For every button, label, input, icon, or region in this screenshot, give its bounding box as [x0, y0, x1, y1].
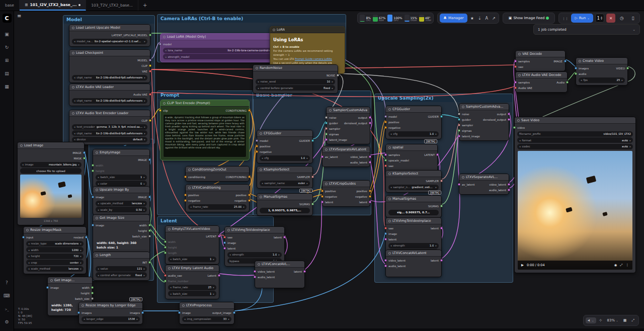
input-model-slot[interactable]: [384, 115, 387, 118]
output-latent-slot[interactable]: [303, 270, 306, 273]
input-video-latent-slot[interactable]: [254, 270, 256, 273]
collapse-icon[interactable]: [72, 27, 74, 29]
input-width-slot[interactable]: [164, 240, 167, 243]
output-height-slot[interactable]: [91, 292, 94, 294]
prompt-textarea[interactable]: A wide, dynamic tracking shot follows a …: [163, 114, 247, 157]
widget-value[interactable]: ◂value121▸: [96, 266, 147, 272]
history-clock-icon[interactable]: ◷: [617, 14, 626, 23]
input-audio-vae-slot[interactable]: [514, 87, 517, 89]
new-tab-button[interactable]: +: [138, 0, 151, 11]
play-icon[interactable]: ▶: [521, 263, 524, 267]
input-audio-latent-slot[interactable]: [384, 265, 387, 267]
input-conditioning-slot[interactable]: [184, 176, 187, 178]
node-ltxv-conditioning[interactable]: LTXVConditioningpositivepositivenegative…: [185, 184, 250, 212]
collapse-icon[interactable]: [388, 220, 391, 222]
player-menu-icon[interactable]: ⋮: [626, 263, 629, 267]
collapse-icon[interactable]: [82, 304, 84, 307]
output-image-slot[interactable]: [83, 151, 86, 154]
node-sampler-custom-adv-1[interactable]: SamplerCustomAdva...noiseoutputguiderden…: [326, 107, 370, 144]
input-latent-slot[interactable]: [321, 201, 324, 203]
widget-cfg[interactable]: ◂cfg1.0▸: [260, 155, 310, 161]
output-latent-upscale-model-slot[interactable]: [149, 34, 151, 36]
minimap-button[interactable]: ▦: [621, 317, 629, 323]
widget-text-encoder[interactable]: ◂text_encodergemma_3_12b_it_fp4_mixed.sa…: [72, 124, 147, 130]
node-load-checkpoint[interactable]: Load CheckpointMODELCLIPVAE◂ckpt_nameltx…: [69, 49, 150, 83]
node-sampler-custom-adv-2[interactable]: SamplerCustomAdva...noiseoutputguiderden…: [459, 103, 509, 141]
collapse-icon[interactable]: [96, 189, 98, 191]
input-upscale-model-slot[interactable]: [384, 159, 387, 161]
input-sigmas-slot[interactable]: [325, 133, 328, 135]
share-icon[interactable]: ↗: [491, 16, 497, 21]
collapse-icon[interactable]: [517, 119, 520, 122]
collapse-icon[interactable]: [168, 267, 171, 270]
widget-cfg[interactable]: ◂cfg1.0▸: [388, 131, 439, 137]
node-ltxv-empty-latent-audio[interactable]: LTXV Empty Latent Audioaudio_vaeLatentfr…: [165, 265, 219, 299]
node-manual-sigmas-1[interactable]: [BETA]ManualSigmasSIGMAS1, 0.99375, 0.98…: [257, 193, 313, 216]
output-negative-slot[interactable]: [248, 199, 251, 202]
node-ksampler-select-2[interactable]: KSamplerSelectSAMPLER◂sampler_n...gradie…: [385, 170, 442, 193]
output-output-image-slot[interactable]: [233, 311, 235, 314]
input-noise-slot[interactable]: [325, 116, 328, 119]
input-positive-slot[interactable]: [321, 190, 324, 192]
input-latent-image-slot[interactable]: [458, 135, 460, 137]
output-latent-slot[interactable]: [283, 236, 286, 238]
output-batch-size-slot[interactable]: [91, 297, 94, 300]
input-negative-slot[interactable]: [321, 195, 324, 198]
output-video-slot[interactable]: [626, 67, 629, 69]
output-image-slot[interactable]: [148, 158, 151, 161]
output-batch-size-slot[interactable]: [148, 235, 151, 237]
collapse-icon[interactable]: [20, 144, 23, 147]
input-guider-slot[interactable]: [325, 122, 328, 124]
output-latent-slot[interactable]: [218, 235, 220, 237]
node-empty-ltxv-latent-video[interactable]: EmptyLTXVLatentVideoLATENTwidthheightlen…: [165, 225, 219, 265]
input-av-latent-slot[interactable]: [458, 183, 460, 186]
widget-strength[interactable]: ◂strength1.0▸: [227, 252, 282, 258]
node-ltxv-crop-guides[interactable]: LTXVCropGuidespositivepositivenegativene…: [322, 180, 370, 207]
input-negative-slot[interactable]: [184, 199, 187, 202]
input-width-slot[interactable]: [92, 164, 94, 167]
node-ltxv-audio-text-encoder-loader[interactable]: LTXV Audio Text Encoder LoaderCLIP◂text_…: [69, 110, 150, 145]
widget-control-before-generate[interactable]: ◂control before generatefixed▸: [256, 85, 335, 91]
widget-noise-seed[interactable]: ◂noise_seed10▸: [256, 79, 335, 85]
widget-device[interactable]: ◂devicedefault▸: [72, 137, 147, 142]
workflow-menu-icon[interactable]: ≡: [25, 3, 28, 7]
output-video-latent-slot[interactable]: [369, 155, 371, 158]
widget-codec[interactable]: ◂codecauto▸: [517, 144, 633, 149]
widget-scale-method[interactable]: ◂scale_methodlanczos▸: [26, 266, 84, 272]
widget-strength[interactable]: ◂strength1.0▸: [388, 243, 439, 249]
widget-image[interactable]: ◂imagemountain_bikers.jpg▸: [20, 162, 82, 168]
drag-handle-icon[interactable]: ⋮⋮: [561, 17, 569, 20]
node-ltxv-audio-vae-loader[interactable]: LTXV Audio VAE LoaderAudio VAE◂ckpt_name…: [69, 84, 150, 106]
pointer-chevron-icon[interactable]: ⌄: [592, 319, 594, 322]
node-create-video[interactable]: Create VideoimagesVIDEOaudio◂fps25▸: [576, 57, 628, 86]
input-image-slot[interactable]: [223, 241, 226, 244]
output-int-slot[interactable]: [148, 261, 151, 264]
widget-batch-size[interactable]: ◂batch_size1▸: [168, 257, 216, 262]
collapse-icon[interactable]: [260, 132, 262, 135]
input-vae-slot[interactable]: [223, 236, 226, 238]
cancel-button[interactable]: ✕: [606, 14, 615, 23]
input-positive-slot[interactable]: [256, 145, 258, 147]
collapse-icon[interactable]: [182, 304, 185, 307]
output-latent-slot[interactable]: [218, 274, 220, 277]
node-load-image[interactable]: Load ImageIMAGEMASK◂imagemountain_bikers…: [17, 142, 85, 225]
output-latent-slot[interactable]: [436, 153, 439, 156]
node-ltxv-separate-av-latent-1[interactable]: LTXVSeparateAVLatentav_latentvideo_laten…: [322, 146, 370, 167]
models-icon[interactable]: ▤: [3, 69, 12, 78]
output-width-slot[interactable]: [148, 224, 151, 226]
input-model-slot[interactable]: [256, 139, 258, 142]
widget-sigmas-value[interactable]: 1, 0.99375, 0.9875, 0.98125, 0.975...: [260, 208, 310, 213]
output-positive-slot[interactable]: [248, 194, 251, 196]
input-audio-vae-slot[interactable]: [164, 274, 167, 277]
collapse-icon[interactable]: [168, 228, 171, 230]
collapse-icon[interactable]: [388, 146, 391, 149]
collapse-icon[interactable]: [256, 67, 258, 69]
batch-count-input[interactable]: 1 ▲▼: [595, 14, 604, 23]
node-cfg-guider-1[interactable]: CFGGuidermodelGUIDERpositivenegative◂cfg…: [257, 130, 313, 163]
terminal-icon[interactable]: >_: [3, 304, 12, 313]
output-video-latent-slot[interactable]: [508, 183, 510, 186]
output-output-slot[interactable]: [508, 113, 510, 115]
input-sigmas-slot[interactable]: [458, 129, 460, 132]
output-negative-slot[interactable]: [369, 195, 371, 198]
output-conditioning-slot[interactable]: [248, 176, 251, 178]
